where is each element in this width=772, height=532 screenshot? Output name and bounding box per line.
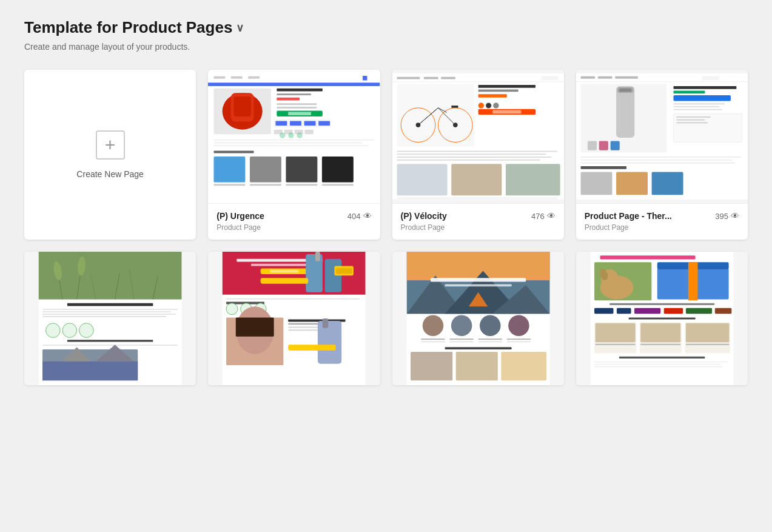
svg-rect-19: [276, 121, 287, 126]
svg-rect-66: [492, 110, 521, 114]
template-card-facial[interactable]: [208, 252, 380, 385]
template-card-journey[interactable]: [392, 252, 564, 385]
svg-point-39: [280, 132, 285, 138]
card-info-urgence: (P) Urgence 404 👁 Product Page: [208, 203, 380, 239]
plus-icon: +: [96, 130, 125, 160]
svg-rect-196: [686, 308, 712, 314]
card-info-velocity: (P) Vélocity 476 👁 Product Page: [392, 203, 564, 239]
view-count-urgence: 404: [347, 212, 361, 221]
eye-icon-thermos: 👁: [731, 211, 739, 221]
svg-rect-31: [214, 157, 246, 182]
svg-rect-179: [411, 352, 452, 380]
svg-rect-135: [270, 270, 299, 273]
svg-rect-154: [318, 321, 341, 364]
svg-rect-89: [588, 141, 597, 150]
svg-rect-50: [478, 90, 518, 92]
template-card-urgence[interactable]: (P) Urgence 404 👁 Product Page: [208, 70, 380, 240]
svg-rect-86: [616, 86, 634, 138]
create-new-page-card[interactable]: + Create New Page: [24, 70, 196, 240]
svg-rect-191: [609, 303, 714, 305]
svg-point-40: [288, 132, 294, 138]
svg-rect-172: [478, 338, 502, 340]
svg-rect-183: [600, 255, 695, 259]
svg-rect-38: [322, 184, 354, 186]
svg-rect-198: [628, 317, 695, 319]
svg-rect-27: [214, 140, 374, 141]
template-card-amelia[interactable]: [24, 252, 196, 385]
svg-rect-37: [286, 184, 318, 186]
card-type-thermos: Product Page: [585, 223, 739, 232]
svg-rect-72: [451, 164, 502, 195]
svg-point-168: [479, 315, 500, 337]
svg-rect-176: [478, 342, 502, 343]
svg-rect-104: [616, 172, 648, 195]
template-card-velocity[interactable]: (P) Vélocity 476 👁 Product Page: [392, 70, 564, 240]
svg-rect-48: [392, 81, 564, 82]
svg-rect-69: [397, 157, 551, 158]
svg-rect-83: [673, 90, 705, 93]
svg-rect-175: [449, 342, 473, 343]
svg-rect-100: [676, 120, 705, 121]
svg-rect-2: [214, 76, 226, 79]
svg-rect-90: [599, 141, 608, 150]
svg-rect-22: [318, 121, 330, 126]
svg-rect-20: [290, 121, 301, 126]
svg-rect-120: [42, 316, 166, 317]
svg-rect-80: [702, 76, 719, 81]
svg-rect-71: [397, 164, 447, 195]
svg-rect-210: [594, 364, 720, 365]
eye-icon-velocity: 👁: [547, 211, 556, 221]
svg-rect-101: [676, 122, 708, 123]
svg-rect-35: [214, 184, 246, 186]
svg-rect-177: [506, 342, 530, 343]
svg-rect-78: [598, 76, 613, 79]
view-count-thermos: 395: [715, 212, 728, 221]
svg-rect-47: [541, 76, 558, 81]
svg-rect-34: [322, 157, 354, 182]
card-views-thermos: 395 👁: [715, 211, 739, 221]
svg-rect-164: [431, 278, 526, 281]
svg-rect-211: [594, 366, 723, 368]
svg-rect-170: [421, 338, 445, 340]
template-grid: + Create New Page: [24, 70, 748, 385]
svg-rect-6: [208, 82, 380, 86]
svg-rect-202: [595, 323, 635, 342]
svg-rect-32: [250, 157, 281, 182]
svg-rect-95: [580, 157, 740, 158]
eye-icon: 👁: [363, 211, 372, 221]
svg-rect-124: [67, 340, 153, 342]
svg-rect-149: [236, 317, 274, 336]
svg-rect-197: [715, 308, 732, 314]
card-title-row-urgence: (P) Urgence 404 👁: [216, 211, 371, 221]
svg-point-144: [226, 303, 238, 315]
template-card-gift[interactable]: [576, 252, 748, 385]
template-card-thermos[interactable]: Product Page - Ther... 395 👁 Product Pag…: [576, 70, 748, 240]
svg-rect-93: [673, 106, 719, 107]
svg-rect-46: [441, 77, 455, 79]
svg-rect-205: [595, 344, 635, 345]
svg-rect-103: [580, 172, 612, 195]
svg-rect-74: [397, 197, 557, 200]
chevron-down-icon[interactable]: ∨: [236, 21, 244, 35]
thumbnail-amelia: [24, 252, 196, 385]
svg-rect-51: [478, 94, 506, 98]
svg-point-167: [451, 315, 472, 337]
svg-point-123: [79, 323, 94, 338]
svg-rect-73: [505, 164, 560, 195]
svg-rect-208: [619, 357, 705, 359]
svg-rect-180: [455, 352, 497, 380]
svg-rect-5: [363, 76, 368, 81]
svg-point-64: [493, 103, 498, 108]
svg-rect-52: [397, 84, 474, 147]
svg-rect-15: [277, 107, 317, 109]
svg-rect-14: [277, 103, 317, 105]
svg-rect-159: [406, 252, 549, 280]
create-new-page-label: Create New Page: [76, 169, 144, 179]
svg-rect-156: [288, 345, 336, 350]
card-title-row-velocity: (P) Vélocity 476 👁: [401, 211, 556, 221]
svg-point-63: [485, 103, 491, 108]
svg-rect-165: [445, 284, 511, 286]
svg-rect-61: [451, 106, 458, 108]
svg-rect-17: [288, 112, 311, 115]
svg-rect-36: [250, 184, 281, 186]
